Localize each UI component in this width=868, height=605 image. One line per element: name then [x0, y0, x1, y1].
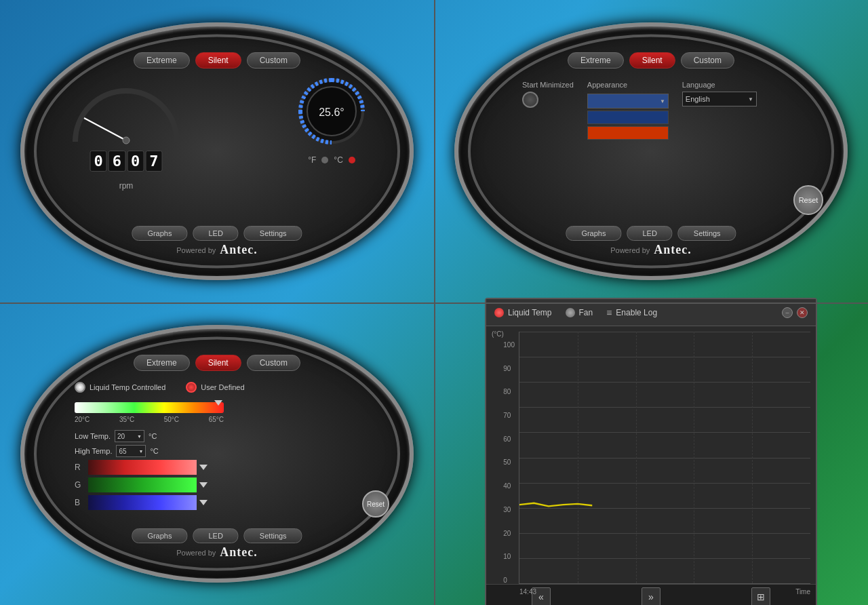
- close-button-3[interactable]: ✕: [388, 337, 397, 347]
- graph-minimize-button[interactable]: –: [782, 307, 793, 318]
- r-bar[interactable]: [88, 460, 197, 475]
- window-controls-3: – ✕: [376, 337, 397, 347]
- settings-row: Start Minimized Appearance ▼ Language: [522, 81, 780, 140]
- x-axis-time-label: Time: [795, 588, 810, 596]
- enable-log-label[interactable]: Enable Log: [616, 308, 657, 317]
- user-defined-option-label: User Defined: [201, 383, 244, 391]
- graph-forward-button[interactable]: »: [642, 587, 660, 606]
- custom-button-2[interactable]: Custom: [681, 52, 734, 69]
- silent-button-1[interactable]: Silent: [195, 52, 241, 69]
- y-100: 100: [503, 341, 515, 349]
- antec-logo-3: Antec.: [220, 545, 257, 560]
- start-minimized-toggle[interactable]: [522, 92, 538, 108]
- y-80: 80: [503, 388, 515, 395]
- silent-button-3[interactable]: Silent: [195, 355, 241, 371]
- led-button-3[interactable]: LED: [193, 528, 238, 543]
- rpm-section: 0 6 0 7 rpm: [65, 81, 187, 151]
- oval-widget-main: – ✕ Extreme Silent Custom: [20, 22, 414, 280]
- grid-version-1: ANTEC GRID™ V 1.0: [325, 264, 396, 271]
- liquid-temp-radio[interactable]: [75, 382, 85, 393]
- swatch-orange[interactable]: [587, 126, 669, 140]
- reset-button-3[interactable]: Reset: [362, 490, 389, 518]
- start-minimized-label: Start Minimized: [522, 81, 574, 89]
- rpm-digit-1: 6: [108, 151, 125, 172]
- temp-slider-bar[interactable]: [75, 402, 224, 413]
- liquid-temp-option: Liquid Temp Controlled: [75, 382, 165, 393]
- extreme-button-2[interactable]: Extreme: [568, 52, 624, 69]
- swatch-blue-dark[interactable]: [587, 111, 669, 124]
- graphs-button-3[interactable]: Graphs: [132, 528, 187, 543]
- unit-c-dot: [349, 157, 355, 163]
- g-label: G: [75, 480, 83, 490]
- minimize-button-3[interactable]: –: [376, 337, 385, 347]
- reset-button-2[interactable]: Reset: [793, 185, 823, 215]
- antec-logo-2: Antec.: [654, 243, 691, 257]
- b-label: B: [75, 498, 83, 507]
- graph-svg: [519, 332, 810, 583]
- x-time-label: 14:43: [519, 588, 536, 596]
- temp-section: 25.6° °F °C: [294, 74, 369, 165]
- language-dropdown[interactable]: English ▼: [682, 92, 757, 106]
- led-options: Liquid Temp Controlled User Defined: [75, 382, 359, 393]
- settings-button-3[interactable]: Settings: [244, 528, 302, 543]
- y-50: 50: [503, 458, 515, 466]
- user-defined-radio[interactable]: [186, 382, 197, 393]
- settings-button-1[interactable]: Settings: [244, 226, 302, 241]
- low-temp-input[interactable]: 20 ▼: [115, 430, 144, 442]
- g-bar[interactable]: [88, 477, 197, 492]
- slider-handle: [214, 400, 222, 406]
- led-button-2[interactable]: LED: [627, 226, 672, 241]
- temp-label-35: 35°C: [119, 416, 134, 423]
- graph-window-controls: – ✕: [782, 307, 808, 318]
- extreme-button-3[interactable]: Extreme: [134, 355, 190, 371]
- powered-by-3: Powered by Antec.: [176, 545, 258, 560]
- b-bar[interactable]: [88, 495, 197, 510]
- graphs-button-1[interactable]: Graphs: [132, 226, 187, 241]
- low-temp-chevron: ▼: [137, 434, 142, 439]
- settings-button-2[interactable]: Settings: [678, 226, 736, 241]
- graph-grid-button[interactable]: ⊞: [751, 587, 770, 606]
- svg-text:25.6°: 25.6°: [319, 106, 344, 118]
- liquid-temp-dot: [494, 308, 504, 317]
- vertical-divider: [434, 0, 435, 605]
- high-temp-input[interactable]: 65 ▼: [116, 445, 146, 457]
- graph-close-button[interactable]: ✕: [797, 307, 808, 318]
- liquid-temp-title-label: Liquid Temp: [508, 308, 552, 317]
- y-labels-container: 100 90 80 70 60 50 40 30 20 10 0: [503, 341, 515, 584]
- enable-log-title: ≡ Enable Log: [606, 307, 657, 318]
- graphs-button-2[interactable]: Graphs: [566, 226, 621, 241]
- y-60: 60: [503, 435, 515, 443]
- high-temp-chevron: ▼: [139, 449, 144, 454]
- minimize-button-2[interactable]: –: [810, 35, 819, 44]
- r-bar-row: R: [75, 460, 359, 475]
- appearance-dropdown[interactable]: ▼: [587, 94, 669, 109]
- log-icon: ≡: [606, 307, 612, 318]
- silent-button-2[interactable]: Silent: [629, 52, 675, 69]
- custom-button-3[interactable]: Custom: [247, 355, 300, 371]
- powered-by-2: Powered by Antec.: [610, 243, 692, 257]
- extreme-button-1[interactable]: Extreme: [134, 52, 190, 69]
- unit-f-label[interactable]: °F: [308, 155, 316, 165]
- oval-widget-settings: – ✕ Extreme Silent Custom Start Minimize…: [454, 22, 848, 280]
- led-button-1[interactable]: LED: [193, 226, 238, 241]
- start-minimized-section: Start Minimized: [522, 81, 574, 108]
- custom-button-1[interactable]: Custom: [247, 52, 300, 69]
- close-button-2[interactable]: ✕: [822, 35, 831, 44]
- oval-widget-led: – ✕ Extreme Silent Custom Liquid Temp Co…: [20, 325, 414, 583]
- g-handle: [199, 482, 208, 488]
- fan-title-label: Fan: [579, 308, 593, 317]
- r-handle: [199, 465, 208, 470]
- close-button-1[interactable]: ✕: [388, 35, 397, 44]
- settings-panel: Start Minimized Appearance ▼ Language: [522, 81, 780, 140]
- liquid-temp-option-label: Liquid Temp Controlled: [90, 383, 165, 391]
- powered-by-text-1: Powered by: [176, 246, 216, 254]
- led-panel: Liquid Temp Controlled User Defined 20°C…: [75, 382, 359, 514]
- nav-buttons-3: Graphs LED Settings: [132, 528, 302, 543]
- minimize-button-1[interactable]: –: [376, 35, 385, 44]
- temp-gauge-container: 25.6°: [294, 74, 369, 149]
- r-label: R: [75, 463, 83, 472]
- unit-c-label[interactable]: °C: [334, 155, 342, 165]
- nav-buttons-1: Graphs LED Settings: [132, 226, 302, 241]
- g-bar-row: G: [75, 477, 359, 492]
- mode-buttons-1: Extreme Silent Custom: [134, 52, 300, 69]
